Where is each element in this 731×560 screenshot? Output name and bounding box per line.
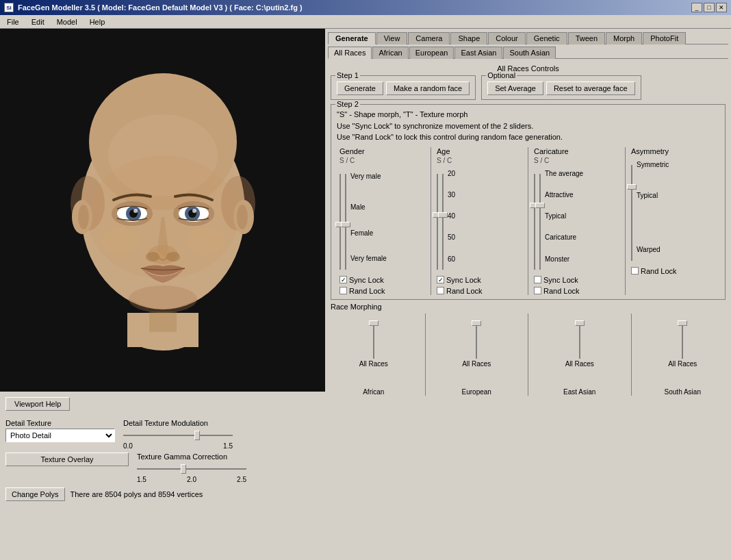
set-average-button[interactable]: Set Average	[487, 81, 543, 95]
minimize-button[interactable]: _	[691, 3, 702, 12]
race-divider-2	[528, 314, 528, 396]
caricature-label-1: Attractive	[545, 191, 583, 199]
caricature-sync-checkbox[interactable]	[534, 276, 541, 283]
subtab-african[interactable]: African	[372, 47, 408, 59]
gender-rand-label: Rand Lock	[349, 287, 385, 295]
race-slider-0[interactable]	[373, 320, 374, 359]
age-subtitle: S / C	[437, 157, 522, 164]
menu-file[interactable]: File	[3, 17, 23, 27]
gamma-label: Texture Gamma Correction	[137, 453, 320, 461]
tab-camera[interactable]: Camera	[408, 32, 450, 44]
optional-title: Optional	[486, 71, 517, 79]
tab-generate[interactable]: Generate	[328, 32, 376, 44]
race-col-3: All Races South Asian	[640, 314, 726, 396]
race-col-2: All Races East Asian	[537, 314, 623, 396]
gender-subtitle: S / C	[339, 157, 425, 164]
app-icon: SI	[4, 3, 14, 12]
reset-average-button[interactable]: Reset to average face	[546, 81, 635, 95]
caricature-subtitle: S / C	[534, 157, 619, 164]
step1-group: Step 1 Generate Make a random face	[331, 75, 476, 100]
detail-texture-select[interactable]: Photo Detail None Smooth	[5, 429, 115, 442]
svg-point-19	[146, 252, 159, 262]
svg-point-23	[78, 205, 89, 229]
tab-shape[interactable]: Shape	[450, 32, 487, 44]
race-bottom-0: African	[363, 388, 384, 396]
mod-max-label: 1.5	[223, 442, 233, 450]
gender-label-2: Female	[350, 229, 387, 237]
gender-rand-row: Rand Lock	[339, 287, 425, 295]
tab-morph[interactable]: Morph	[606, 32, 642, 44]
age-slider-s[interactable]	[437, 174, 438, 270]
gender-slider-c[interactable]	[345, 174, 346, 270]
age-title: Age	[437, 147, 522, 155]
modulation-label: Detail Texture Modulation	[123, 419, 320, 427]
close-button[interactable]: ✕	[716, 3, 727, 12]
age-sync-checkbox[interactable]: ✓	[437, 276, 444, 283]
main-tab-bar: Generate View Camera Shape Colour Geneti…	[328, 31, 728, 44]
window-controls: _ □ ✕	[691, 3, 727, 12]
viewport-help-button[interactable]: Viewport Help	[5, 397, 70, 411]
caricature-slider-c[interactable]	[539, 174, 541, 270]
race-slider-1[interactable]	[476, 320, 477, 359]
texture-overlay-button[interactable]: Texture Overlay	[5, 453, 129, 466]
gender-sync-checkbox[interactable]: ✓	[339, 276, 347, 283]
window-title: FaceGen Modeller 3.5 ( Model: FaceGen De…	[18, 3, 303, 12]
menu-help[interactable]: Help	[86, 17, 110, 27]
detail-texture-label: Detail Texture	[5, 419, 115, 427]
race-sliders-row: All Races African All Races	[331, 314, 726, 396]
mod-min-label: 0.0	[123, 442, 133, 450]
sliders-container: Gender S / C	[337, 147, 719, 295]
svg-point-25	[237, 205, 248, 229]
age-slider-col: Age S / C	[434, 147, 525, 295]
tab-tween[interactable]: Tween	[568, 32, 605, 44]
gender-label-0: Very male	[350, 173, 387, 180]
left-panel: Viewport Help Detail Texture Photo Detai…	[0, 29, 325, 560]
menu-edit[interactable]: Edit	[27, 17, 49, 27]
svg-point-27	[186, 227, 225, 255]
race-slider-2[interactable]	[579, 320, 580, 359]
age-rand-checkbox[interactable]	[437, 287, 444, 294]
divider-1	[431, 147, 431, 295]
race-col-0: All Races African	[331, 314, 417, 396]
asymmetry-rand-row: Rand Lock	[631, 267, 717, 275]
subtab-south-asian[interactable]: South Asian	[503, 47, 556, 59]
race-slider-3[interactable]	[682, 320, 683, 359]
svg-point-21	[129, 285, 197, 313]
tab-genetic[interactable]: Genetic	[526, 32, 567, 44]
tab-photofit[interactable]: PhotoFit	[643, 32, 686, 44]
optional-group: Optional Set Average Reset to average fa…	[481, 75, 641, 100]
step2-box: Step 2 "S" - Shape morph, "T" - Texture …	[331, 104, 726, 300]
caricature-slider-s[interactable]	[534, 174, 535, 270]
caricature-slider-col: Caricature S / C	[531, 147, 622, 295]
age-rand-row: Rand Lock	[437, 287, 522, 295]
subtab-east-asian[interactable]: East Asian	[454, 47, 502, 59]
maximize-button[interactable]: □	[704, 3, 715, 12]
age-label-0: 20	[448, 170, 455, 177]
age-rand-label: Rand Lock	[446, 287, 483, 295]
gender-title: Gender	[339, 147, 425, 155]
poly-info-text: There are 8504 polys and 8594 vertices	[70, 490, 203, 498]
age-sync-label: Sync Lock	[446, 276, 481, 284]
age-label-3: 50	[448, 233, 455, 241]
gender-sync-row: ✓ Sync Lock	[339, 276, 425, 284]
subtab-all-races[interactable]: All Races	[328, 47, 372, 59]
caricature-sync-label: Sync Lock	[543, 276, 578, 284]
right-panel: Generate View Camera Shape Colour Geneti…	[325, 29, 731, 560]
age-slider-c[interactable]	[442, 174, 444, 270]
gender-label-3: Very female	[350, 255, 387, 262]
asymmetry-title: Asymmetry	[631, 147, 717, 155]
change-polys-button[interactable]: Change Polys	[5, 487, 65, 501]
caricature-rand-checkbox[interactable]	[534, 287, 541, 294]
random-face-button[interactable]: Make a random face	[386, 81, 470, 95]
asymmetry-rand-checkbox[interactable]	[631, 267, 639, 275]
race-divider-3	[631, 314, 632, 396]
generate-button[interactable]: Generate	[337, 81, 383, 95]
gender-rand-checkbox[interactable]	[339, 287, 347, 294]
face-render	[60, 66, 266, 354]
subtab-european[interactable]: European	[409, 47, 454, 59]
tab-view[interactable]: View	[376, 32, 408, 44]
race-bottom-2: East Asian	[563, 388, 595, 396]
menu-model[interactable]: Model	[53, 17, 81, 27]
tab-colour[interactable]: Colour	[488, 32, 525, 44]
asymmetry-slider[interactable]	[631, 165, 632, 261]
